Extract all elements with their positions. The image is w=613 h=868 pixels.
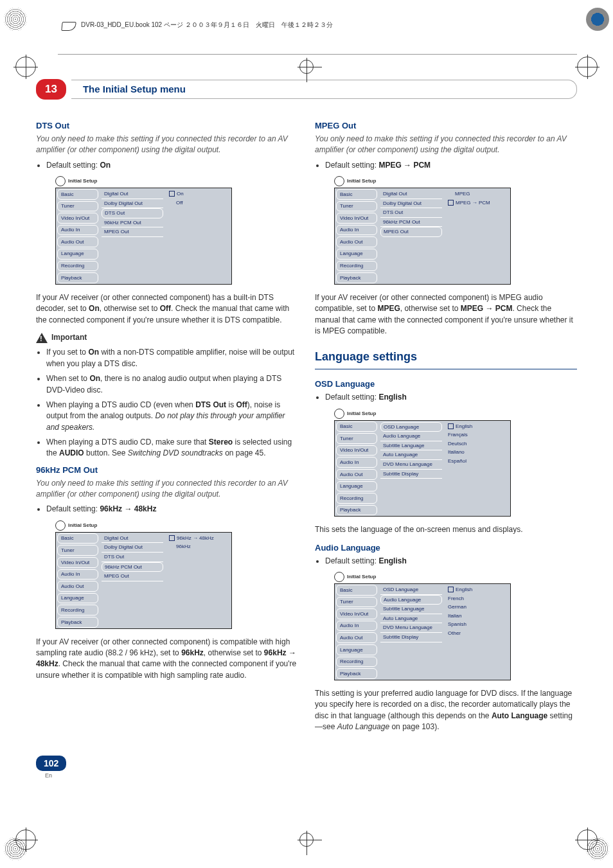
dts-note-3: When playing a DTS audio CD (even when D… (46, 400, 298, 433)
pcm-intro: You only need to make this setting if yo… (36, 478, 298, 500)
important-callout: Important (36, 332, 298, 343)
disc-icon (55, 176, 66, 186)
mpeg-osd: Initial Setup BasicTuner Video In/OutAud… (334, 176, 511, 285)
mpeg-heading: MPEG Out (315, 120, 577, 132)
registration-marks-top (15, 57, 598, 77)
dts-para1: If your AV receiver (or other connected … (36, 292, 298, 326)
page-footer: 102 En (36, 756, 577, 779)
audio-language-default: Default setting: English (325, 556, 577, 567)
audio-language-osd: Initial Setup BasicTuner Video In/OutAud… (334, 572, 511, 680)
disc-icon (334, 572, 344, 582)
osd-language-heading: OSD Language (315, 378, 577, 391)
registration-marks-bottom (15, 829, 598, 850)
pcm-osd: Initial Setup BasicTuner Video In/OutAud… (55, 520, 232, 629)
mpeg-default: Default setting: MPEG → PCM (325, 160, 577, 171)
chapter-title: The Initial Setup menu (83, 84, 186, 94)
osd-language-osd: Initial Setup BasicTuner Video In/OutAud… (334, 409, 511, 517)
dts-intro: You only need to make this setting if yo… (36, 134, 298, 156)
disc-icon (55, 520, 66, 531)
dts-osd: Initial Setup BasicTuner Video In/OutAud… (55, 176, 232, 285)
language-settings-heading: Language settings (315, 348, 577, 369)
audio-language-heading: Audio Language (315, 542, 577, 554)
book-header-text: DVR-03_HDD_EU.book 102 ページ ２００３年９月１６日 火曜… (81, 21, 333, 30)
pcm-para: If your AV receiver (or other connected … (36, 637, 298, 682)
osd-language-para: This sets the language of the on-screen … (315, 524, 577, 535)
book-header: DVR-03_HDD_EU.book 102 ページ ２００３年９月１６日 火曜… (62, 19, 577, 31)
warning-icon (36, 333, 48, 343)
print-mark-tl (4, 8, 27, 31)
dts-default: Default setting: On (46, 160, 298, 171)
print-mark-tr (586, 8, 609, 31)
dts-note-2: When set to On, there is no analog audio… (46, 373, 298, 396)
dts-note-1: If you set to On with a non-DTS compatib… (46, 347, 298, 369)
mpeg-intro: You only need to make this setting if yo… (315, 134, 577, 156)
disc-icon (334, 409, 344, 419)
pcm-heading: 96kHz PCM Out (36, 465, 298, 477)
audio-language-para: This setting is your preferred audio lan… (315, 688, 577, 733)
page-language: En (45, 772, 577, 779)
disc-icon (334, 176, 344, 186)
dts-note-4: When playing a DTS audio CD, make sure t… (46, 437, 298, 459)
pcm-default: Default setting: 96kHz → 48kHz (46, 504, 298, 515)
mpeg-para: If your AV receiver (or other connected … (315, 292, 577, 337)
osd-language-default: Default setting: English (325, 392, 577, 403)
page-number: 102 (36, 756, 66, 771)
chapter-number: 13 (36, 79, 66, 100)
dts-out-heading: DTS Out (36, 120, 298, 132)
book-icon (62, 19, 76, 31)
